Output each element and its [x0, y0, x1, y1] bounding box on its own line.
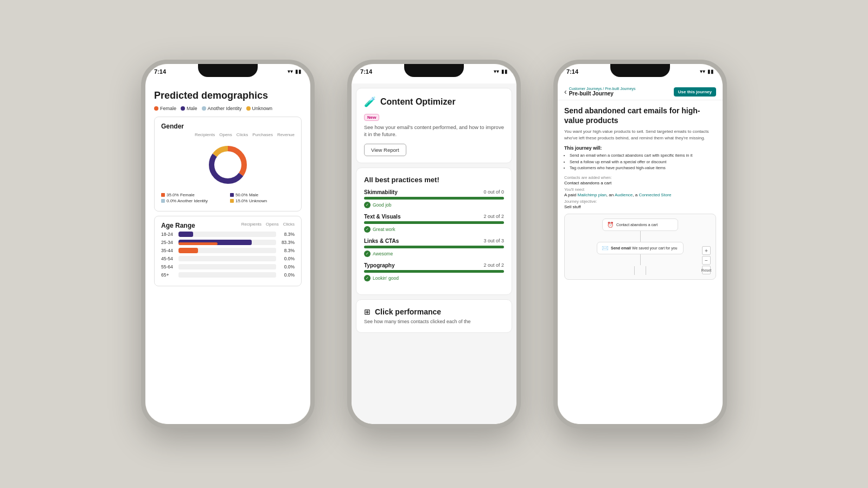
age-row-18: 18-24 8.3% [161, 232, 295, 237]
text-visuals-bar-bg [364, 221, 504, 224]
typography-label: Typography [364, 262, 394, 268]
view-report-button[interactable]: View Report [364, 144, 406, 156]
optimizer-screen: 🧪 Content Optimizer New See how your ema… [352, 84, 516, 424]
journey-desc: You want your high-value products to sel… [564, 129, 716, 140]
optimizer-card: 🧪 Content Optimizer New See how your ema… [356, 88, 512, 163]
battery-icon-2: ▮▮ [501, 68, 508, 74]
practice-text-visuals: Text & Visuals 2 out of 2 ✓ Great work [364, 214, 504, 233]
youll-need-row: You'll need: A paid Mailchimp plan, an A… [564, 187, 716, 197]
legend-female: Female [154, 106, 176, 111]
wifi-icon-2: ▾▾ [494, 68, 499, 74]
journey-header-title: Pre-built Journey [569, 91, 636, 97]
use-journey-button[interactable]: Use this journey [674, 87, 716, 97]
donut-chart [203, 140, 252, 189]
journey-back: ‹ Customer Journeys / Pre-built Journeys… [564, 87, 636, 97]
skimmability-score: 0 out of 0 [483, 189, 504, 195]
journey-header: ‹ Customer Journeys / Pre-built Journeys… [558, 84, 723, 100]
time-3: 7:14 [566, 68, 578, 75]
text-visuals-label: Text & Visuals [364, 214, 400, 220]
youll-need-value: A paid Mailchimp plan, an Audience, a Co… [564, 192, 716, 197]
status-bar-1: 7:14 ▾▾ ▮▮ [145, 64, 310, 84]
links-ctas-score: 3 out of 3 [483, 238, 504, 243]
optimizer-icon: 🧪 [364, 96, 376, 108]
branch-line-right [646, 266, 646, 275]
objective-row: Journey objective: Sell stuff [564, 199, 716, 209]
age-row-45: 45-54 0.0% [161, 256, 295, 261]
male-label: Male [187, 106, 197, 111]
flow-node-1-text: Contact abandons a cart [616, 223, 658, 227]
age-bar-55 [178, 264, 276, 269]
back-arrow-icon[interactable]: ‹ [564, 87, 567, 96]
status-icons-3: ▾▾ ▮▮ [700, 68, 714, 74]
time-2: 7:14 [360, 68, 372, 75]
journey-main-title: Send abandoned cart emails for high-valu… [564, 106, 716, 125]
status-icons-2: ▾▾ ▮▮ [494, 68, 508, 74]
typography-bar-bg [364, 270, 504, 273]
demographics-screen: Predicted demographics Female Male Anoth… [145, 84, 310, 424]
unknown-dot [246, 106, 251, 111]
journey-bullets: Send an email when a contact abandons ca… [564, 153, 716, 171]
journey-body: Send abandoned cart emails for high-valu… [558, 100, 723, 285]
youll-need-label: You'll need: [564, 187, 716, 192]
mailchimp-link[interactable]: Mailchimp plan [577, 192, 606, 197]
best-practices-title: All best practices met! [364, 176, 504, 184]
check-links-ctas: ✓ [364, 251, 371, 257]
status-bar-2: 7:14 ▾▾ ▮▮ [352, 64, 516, 84]
zoom-reset-button[interactable]: Reset [702, 266, 711, 274]
notch-3 [610, 64, 670, 77]
bullet-1: Send an email when a contact abandons ca… [570, 153, 716, 158]
contacts-added-value: Contact abandons a cart [564, 181, 716, 185]
age-bar-35 [178, 248, 276, 253]
zoom-in-button[interactable]: + [702, 246, 711, 255]
optimizer-header: 🧪 Content Optimizer [364, 96, 504, 108]
legend: Female Male Another Identity Unknown [154, 106, 302, 111]
gender-title: Gender [161, 123, 295, 130]
unknown-label: Unknown [252, 106, 273, 111]
optimizer-title: Content Optimizer [380, 97, 456, 107]
phone-1: 7:14 ▾▾ ▮▮ Predicted demographics Female… [141, 60, 315, 428]
phone-3: 7:14 ▾▾ ▮▮ ‹ Customer Journeys / Pre-bui… [553, 60, 727, 428]
age-header: Age Range Recipients Opens Clicks [161, 222, 295, 229]
zoom-out-button[interactable]: − [702, 256, 711, 265]
text-visuals-score: 2 out of 2 [483, 214, 504, 219]
practice-links-ctas: Links & CTAs 3 out of 3 ✓ Awesome [364, 238, 504, 257]
wifi-icon: ▾▾ [288, 68, 293, 74]
journey-will-label: This journey will: [564, 145, 716, 151]
flow-card: ⏰ Contact abandons a cart ✉️ Send email … [564, 214, 716, 280]
check-skimmability: ✓ [364, 202, 371, 208]
battery-icon: ▮▮ [295, 68, 302, 74]
click-performance-section: ⊞ Click performance See how many times c… [356, 299, 512, 333]
age-bar-18 [178, 232, 276, 237]
links-ctas-bar [364, 246, 504, 248]
objective-value: Sell stuff [564, 204, 716, 209]
legend-0-another: 0.0% Another Identity [161, 198, 226, 203]
flow-node-2-icon: ✉️ [602, 245, 608, 251]
store-link[interactable]: Connected Store [639, 192, 671, 197]
time-1: 7:14 [154, 68, 166, 75]
click-perf-header: ⊞ Click performance [364, 307, 504, 316]
dot-female [161, 193, 165, 197]
flow-node-1-icon: ⏰ [607, 222, 614, 228]
demo-title: Predicted demographics [154, 90, 302, 101]
legend-another: Another Identity [202, 106, 242, 111]
flow-node-2: ✉️ Send email We saved your cart for you [597, 242, 684, 254]
typography-status: ✓ Lookin' good [364, 275, 504, 281]
status-bar-3: 7:14 ▾▾ ▮▮ [558, 64, 723, 84]
dot-male [230, 193, 234, 197]
flow-node-1: ⏰ Contact abandons a cart [602, 219, 678, 231]
practice-skimmability: Skimmability 0 out of 0 ✓ Good job [364, 189, 504, 208]
text-visuals-bar [364, 221, 504, 224]
practice-typography: Typography 2 out of 2 ✓ Lookin' good [364, 262, 504, 281]
age-row-65: 65+ 0.0% [161, 272, 295, 278]
typography-bar [364, 270, 504, 273]
age-cols: Recipients Opens Clicks [241, 222, 295, 229]
battery-icon-3: ▮▮ [707, 68, 714, 74]
age-bar-45 [178, 256, 276, 261]
age-title: Age Range [161, 222, 195, 229]
dot-unknown [230, 199, 234, 203]
age-bar-25 [178, 240, 276, 245]
audience-link[interactable]: Audience [615, 192, 633, 197]
age-bar-65 [178, 272, 276, 278]
age-row-55: 55-64 0.0% [161, 264, 295, 269]
legend-35-female: 35.0% Female [161, 192, 226, 197]
